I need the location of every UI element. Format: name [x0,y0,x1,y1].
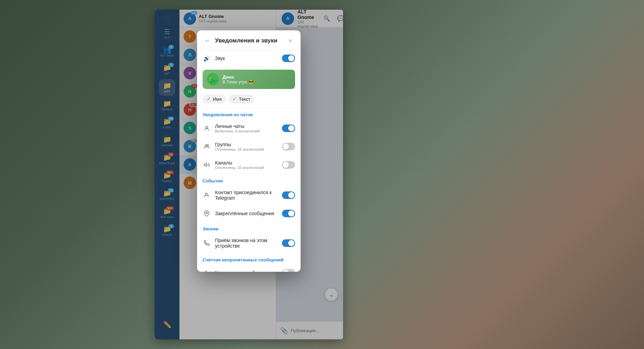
calls-label-main: Приём звонков на этом устройстве [215,238,278,249]
count-muted-label: Учитывать чаты без звука [215,270,278,272]
back-arrow-icon: ← [204,37,211,44]
personal-chats-toggle-knob [288,125,294,131]
svg-point-2 [207,144,209,146]
section-events: События [197,174,301,186]
personal-chats-toggle[interactable] [282,124,295,132]
svg-marker-3 [204,163,207,167]
preview-option-text-label: Текст [239,97,250,102]
calls-row: Приём звонков на этом устройстве [197,233,301,253]
pinned-messages-row: Закреплённые сообщения [197,205,301,222]
preview-option-name[interactable]: ✓ Имя [203,94,226,103]
dialog-title: Уведомления и звуки [215,37,285,44]
dialog-close-button[interactable]: × [285,36,295,46]
contact-joined-icon [203,191,211,199]
dialog-header: ← Уведомления и звуки × [197,30,301,50]
count-muted-label-main: Учитывать чаты без звука [215,270,278,272]
pinned-messages-icon [203,209,211,218]
dialog-overlay: ← Уведомления и звуки × 🔊 Звук [155,10,343,339]
channels-label-main: Каналы [215,160,278,166]
sound-icon: 🔊 [203,54,211,62]
sound-toggle-knob [288,55,294,61]
channels-row: Каналы Отключены, 10 исключений [197,156,301,174]
groups-label-sub: Отключены, 16 исключений [215,147,278,151]
groups-row: Группы Отключены, 16 исключений [197,138,301,156]
section-unread-counter: Счётчик непрочитанных сообщений [197,253,301,265]
pinned-messages-label-main: Закреплённые сообщения [215,211,278,216]
preview-name: Дино [223,74,291,80]
sound-label: Звук [215,56,278,61]
personal-chats-label-sub: Включены, 6 исключений [215,129,278,133]
personal-chats-row: Личные чаты Включены, 6 исключений [197,119,301,138]
pinned-messages-label: Закреплённые сообщения [215,211,278,216]
calls-toggle-knob [288,240,294,246]
channels-toggle[interactable] [282,161,295,169]
groups-toggle-knob [283,143,289,150]
channels-icon [203,161,211,169]
app-window: ☰ ALT 👥 ALT Team 2 📁 AKT 1 📁 AGT 📁 Личны… [155,10,343,339]
personal-chats-icon [203,124,211,132]
section-chat-notifications: Уведомления из чатов [197,108,301,119]
contact-joined-label-main: Контакт присоединился к Telegram [215,190,278,201]
groups-toggle[interactable] [282,143,295,150]
svg-point-4 [205,193,207,195]
svg-point-7 [206,212,208,214]
close-icon: × [289,37,292,44]
notification-preview-card: 🦕 Дино В Токио утро 😎 [203,70,295,89]
check-icon-text: ✓ [233,96,237,102]
personal-chats-label: Личные чаты Включены, 6 исключений [215,123,278,133]
preview-emoji: 🦕 [209,75,217,83]
sound-toggle[interactable] [282,54,295,62]
svg-point-0 [206,126,208,128]
dialog-back-button[interactable]: ← [203,36,212,46]
sound-label-text: Звук [215,56,278,61]
count-muted-row: Учитывать чаты без звука [197,265,301,272]
count-muted-icon [203,269,211,272]
groups-label: Группы Отключены, 16 исключений [215,142,278,151]
calls-toggle[interactable] [282,239,295,247]
count-muted-toggle[interactable] [282,269,295,272]
contact-joined-toggle-knob [288,192,294,198]
sound-row: 🔊 Звук [197,50,301,67]
preview-avatar: 🦕 [207,73,219,86]
check-icon-name: ✓ [207,96,211,102]
preview-options: ✓ Имя ✓ Текст [197,92,301,108]
calls-icon [203,239,211,247]
contact-joined-label: Контакт присоединился к Telegram [215,190,278,201]
pinned-messages-toggle-knob [288,210,294,217]
groups-icon [203,142,211,151]
calls-label: Приём звонков на этом устройстве [215,238,278,249]
channels-toggle-knob [283,162,289,168]
section-calls: Звонки [197,222,301,233]
contact-joined-toggle[interactable] [282,191,295,199]
channels-label-sub: Отключены, 10 исключений [215,166,278,170]
channels-label: Каналы Отключены, 10 исключений [215,160,278,170]
svg-point-1 [205,145,207,147]
count-muted-toggle-knob [283,270,289,272]
contact-joined-row: Контакт присоединился к Telegram [197,186,301,205]
personal-chats-label-main: Личные чаты [215,123,278,129]
groups-label-main: Группы [215,142,278,147]
dialog-body: 🔊 Звук 🦕 Дино В Токио утро 😎 [197,50,301,272]
preview-text: В Токио утро 😎 [223,80,291,84]
preview-content: Дино В Токио утро 😎 [223,74,291,84]
notifications-dialog: ← Уведомления и звуки × 🔊 Звук [197,30,301,272]
pinned-messages-toggle[interactable] [282,210,295,217]
preview-option-name-label: Имя [213,97,222,102]
preview-option-text[interactable]: ✓ Текст [228,94,254,103]
